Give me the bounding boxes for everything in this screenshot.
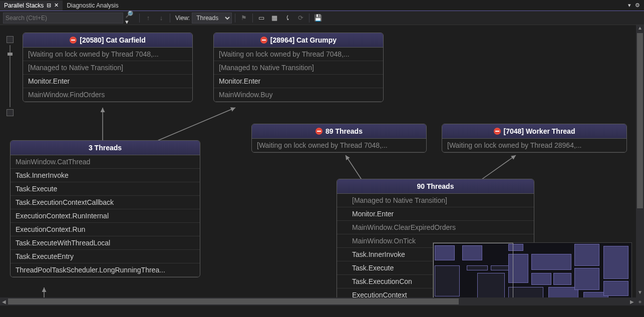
zoom-in-button[interactable] — [7, 36, 14, 43]
zoom-slider[interactable] — [5, 36, 15, 116]
stack-frame[interactable]: MainWindow.ClearExpiredOrders — [337, 221, 534, 234]
stop-icon — [260, 37, 267, 44]
scroll-thumb-h[interactable] — [8, 298, 459, 304]
save-icon[interactable]: 💾 — [312, 13, 324, 24]
view-select[interactable]: Threads — [192, 13, 232, 24]
node-title: 89 Threads — [252, 124, 426, 139]
stack-frame[interactable]: ExecutionContext.Run — [11, 223, 200, 236]
node-title: 90 Threads — [337, 179, 534, 194]
vertical-scrollbar[interactable]: ▲ ▼ — [636, 25, 644, 297]
node-title-text: 90 Threads — [417, 182, 454, 190]
tab-parallel-stacks[interactable]: Parallel Stacks ⊟ ✕ — [0, 1, 63, 11]
node-title-text: [20580] Cat Garfield — [80, 36, 146, 44]
node-89-threads[interactable]: 89 Threads [Waiting on lock owned by Thr… — [251, 124, 427, 153]
node-cat-garfield[interactable]: [20580] Cat Garfield [Waiting on lock ow… — [23, 33, 193, 102]
node-title-text: [7048] Worker Thread — [504, 127, 575, 135]
tab-tools: ▾ ⚙ — [628, 2, 644, 9]
node-7048-worker[interactable]: [7048] Worker Thread [Waiting on lock ow… — [442, 124, 627, 153]
close-icon[interactable]: ✕ — [54, 2, 59, 9]
stack-frame[interactable]: Task.InnerInvoke — [11, 169, 200, 182]
gear-icon[interactable]: ⚙ — [635, 2, 640, 9]
stack-frame[interactable]: [Waiting on lock owned by Thread 28964,.… — [442, 139, 626, 152]
node-3-threads[interactable]: 3 Threads MainWindow.CatThread Task.Inne… — [10, 140, 200, 277]
nav-down-icon[interactable]: ↓ — [156, 13, 167, 24]
stop-icon — [315, 128, 323, 135]
node-title-text: 89 Threads — [326, 127, 363, 135]
search-box[interactable] — [3, 13, 123, 24]
stack-frame[interactable]: Task.ExecuteWithThreadLocal — [11, 236, 200, 250]
scroll-corner-icon[interactable]: ▫ — [636, 297, 644, 305]
stack-frame[interactable]: Task.ExecutionContextCallback — [11, 196, 200, 209]
toggle-method-view-icon[interactable]: ▭ — [256, 13, 267, 24]
node-title: [7048] Worker Thread — [442, 124, 626, 139]
separator — [235, 14, 235, 23]
autoscroll-icon[interactable]: ⤹ — [282, 13, 293, 24]
stop-icon — [70, 37, 77, 44]
flag-icon[interactable]: ⚑ — [238, 13, 249, 24]
stack-frame[interactable]: MainWindow.Buy — [214, 88, 383, 102]
stack-frame[interactable]: [Managed to Native Transition] — [214, 61, 383, 75]
zoom-out-button[interactable] — [7, 109, 14, 116]
node-cat-grumpy[interactable]: [28964] Cat Grumpy [Waiting on lock owne… — [213, 33, 384, 102]
refresh-icon[interactable]: ⟳ — [295, 13, 306, 24]
window-position-icon[interactable]: ▾ — [628, 2, 631, 9]
separator — [309, 14, 309, 23]
stack-frame[interactable]: MainWindow.FindOrders — [23, 88, 192, 102]
search-input[interactable] — [6, 15, 121, 22]
toggle-threads-view-icon[interactable]: ▦ — [269, 13, 280, 24]
node-title-text: [28964] Cat Grumpy — [270, 36, 337, 44]
node-title-text: 3 Threads — [89, 144, 122, 152]
view-label: View: — [175, 15, 190, 22]
stop-icon — [494, 128, 501, 135]
zoom-thumb[interactable] — [8, 53, 13, 56]
stack-frame[interactable]: Task.Execute — [11, 182, 200, 196]
tab-label: Parallel Stacks — [4, 2, 44, 9]
stack-frame[interactable]: [Waiting on lock owned by Thread 7048,..… — [23, 48, 192, 61]
stack-frame[interactable]: Monitor.Enter — [337, 207, 534, 221]
scroll-right-icon[interactable]: ▶ — [628, 299, 636, 304]
tab-diagnostic-analysis[interactable]: Diagnostic Analysis — [63, 1, 122, 11]
node-title: 3 Threads — [11, 141, 200, 155]
zoom-track[interactable] — [10, 45, 11, 107]
scroll-thumb-v[interactable] — [637, 33, 643, 208]
nav-up-icon[interactable]: ↑ — [143, 13, 154, 24]
stack-frame[interactable]: [Managed to Native Transition] — [337, 194, 534, 207]
separator — [252, 14, 253, 23]
tab-bar: Parallel Stacks ⊟ ✕ Diagnostic Analysis … — [0, 0, 644, 11]
stack-frame[interactable]: Task.ExecuteEntry — [11, 250, 200, 263]
parallel-stacks-canvas[interactable]: [20580] Cat Garfield [Waiting on lock ow… — [0, 25, 644, 305]
minimap[interactable] — [433, 242, 632, 303]
scroll-left-icon[interactable]: ◀ — [0, 299, 8, 304]
stack-frame[interactable]: MainWindow.CatThread — [11, 155, 200, 169]
node-title: [28964] Cat Grumpy — [214, 33, 383, 48]
pin-icon[interactable]: ⊟ — [47, 2, 51, 9]
separator — [170, 14, 170, 23]
toolbar: 🔎▾ ↑ ↓ View: Threads ⚑ ▭ ▦ ⤹ ⟳ 💾 — [0, 11, 644, 25]
search-options-icon[interactable]: 🔎▾ — [125, 13, 136, 24]
scroll-up-icon[interactable]: ▲ — [636, 25, 644, 33]
node-title: [20580] Cat Garfield — [23, 33, 192, 48]
scroll-down-icon[interactable]: ▼ — [636, 289, 644, 297]
stack-frame[interactable]: [Managed to Native Transition] — [23, 61, 192, 75]
minimap-viewport[interactable] — [433, 243, 513, 300]
stack-frame[interactable]: ThreadPoolTaskScheduler.LongRunningThrea… — [11, 263, 200, 277]
stack-frame[interactable]: Monitor.Enter — [23, 75, 192, 88]
separator — [139, 14, 140, 23]
stack-frame[interactable]: [Waiting on lock owned by Thread 7048,..… — [252, 139, 426, 152]
stack-frame[interactable]: ExecutionContext.RunInternal — [11, 209, 200, 223]
stack-frame[interactable]: Monitor.Enter — [214, 75, 383, 88]
stack-frame[interactable]: [Waiting on lock owned by Thread 7048,..… — [214, 48, 383, 61]
tab-label: Diagnostic Analysis — [67, 2, 118, 9]
horizontal-scrollbar[interactable]: ◀ ▶ — [0, 297, 636, 305]
